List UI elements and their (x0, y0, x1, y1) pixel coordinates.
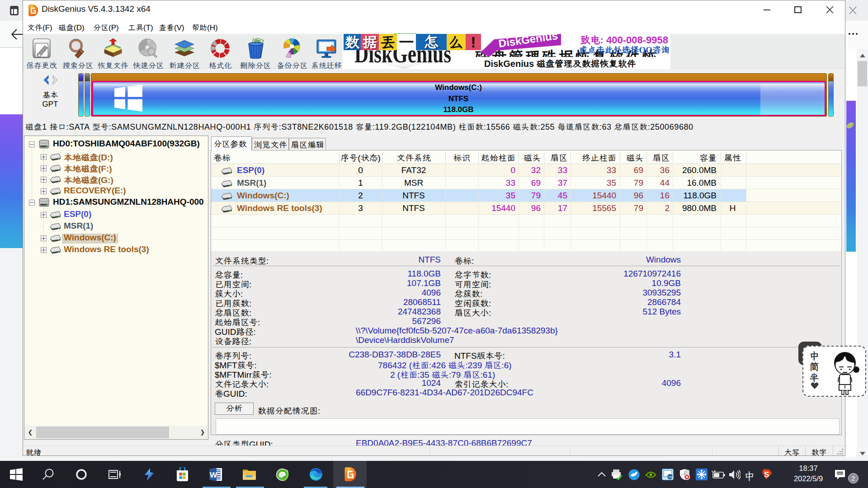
svg-text:W: W (210, 471, 217, 479)
svg-text:intel: intel (668, 475, 674, 479)
svg-text:S: S (764, 470, 769, 479)
